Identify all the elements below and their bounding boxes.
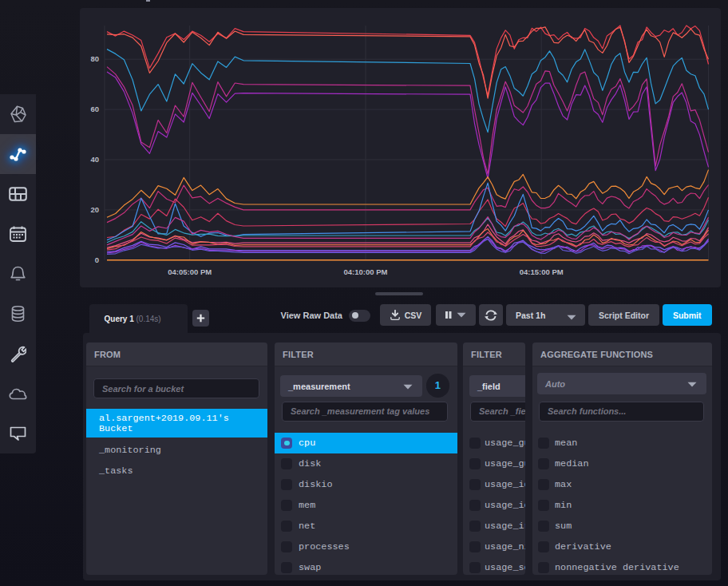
svg-text:04:10:00 PM: 04:10:00 PM xyxy=(344,267,388,276)
svg-text:04:05:00 PM: 04:05:00 PM xyxy=(168,267,212,276)
svg-text:60: 60 xyxy=(90,105,99,113)
svg-text:80: 80 xyxy=(90,54,99,63)
svg-text:40: 40 xyxy=(90,155,99,164)
svg-text:0: 0 xyxy=(95,255,99,264)
svg-text:20: 20 xyxy=(90,205,99,214)
svg-text:04:15:00 PM: 04:15:00 PM xyxy=(520,267,564,276)
